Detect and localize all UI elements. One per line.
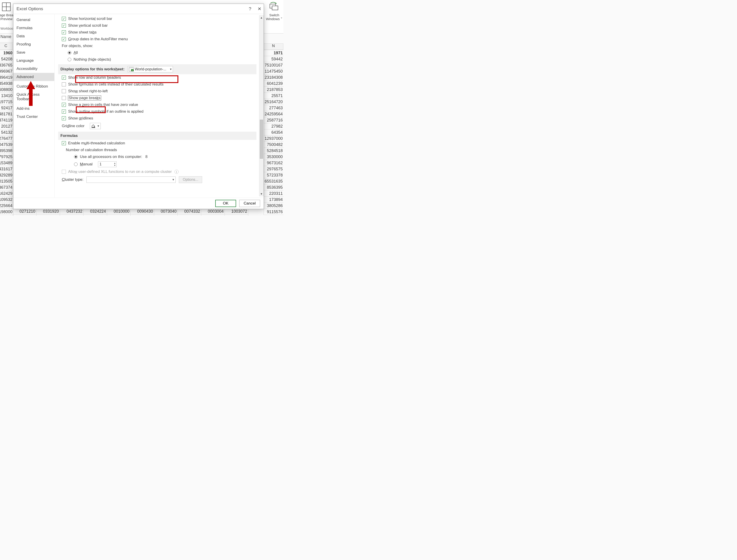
sidebar-item-save[interactable]: Save (13, 48, 54, 57)
opt-show-zero[interactable]: ✓ Show a zero in cells that have zero va… (58, 101, 256, 108)
opt-show-outline[interactable]: ✓ Show outline symbols if an outline is … (58, 108, 256, 115)
cancel-button[interactable]: Cancel (239, 200, 260, 207)
scroll-thumb[interactable] (260, 120, 263, 159)
opt-gridline-color: Gridline color ▼ (58, 122, 256, 130)
checkbox-icon: ✓ (62, 96, 66, 100)
opt-label: Nothing (hide objects) (74, 57, 111, 62)
opt-label: Show horizontal scroll bar (68, 17, 112, 21)
dialog-titlebar: Excel Options ? ✕ (13, 4, 264, 14)
threads-label: Number of calculation threads (58, 147, 256, 153)
cells-right[interactable]: 1971594427510016711475450231843086041239… (263, 50, 283, 215)
checkbox-icon: ✓ (62, 116, 66, 120)
sheet-icon: X (129, 67, 134, 71)
chevron-down-icon: ▼ (114, 164, 116, 167)
checkbox-icon: ✓ (62, 170, 66, 174)
checkbox-icon: ✓ (62, 89, 66, 93)
checkbox-icon: ✓ (62, 37, 66, 41)
opt-label: Number of calculation threads (66, 148, 117, 152)
sidebar-item-proofing[interactable]: Proofing (13, 40, 54, 48)
options-sidebar: GeneralFormulasDataProofingSaveLanguageA… (13, 14, 55, 198)
sidebar-item-customize-ribbon[interactable]: Customize Ribbon (13, 82, 54, 91)
opt-show-gridlines[interactable]: ✓ Show gridlines (58, 115, 256, 122)
opt-show-h-scroll[interactable]: ✓ Show horizontal scroll bar (58, 15, 256, 22)
opt-label: Allow user-defined XLL functions to run … (68, 169, 172, 174)
opt-all-processors[interactable]: Use all processors on this computer: 8 (58, 153, 256, 160)
close-button[interactable]: ✕ (257, 6, 261, 12)
opt-multithread[interactable]: ✓ Enable multi-threaded calculation (58, 140, 256, 147)
opt-objects-all[interactable]: All (58, 49, 256, 56)
sidebar-item-add-ins[interactable]: Add-ins (13, 105, 54, 113)
name-box-label: Name (0, 34, 13, 43)
opt-group-dates[interactable]: ✓ Group dates in the AutoFilter menu (58, 36, 256, 43)
worksheet-select-value: World-population-... (135, 67, 169, 71)
cells-bottom[interactable]: 0271210033192004372320324224001000000904… (13, 208, 283, 216)
opt-label: Manual (80, 162, 93, 167)
opt-label: For objects, show: (62, 44, 93, 48)
gridline-color-picker[interactable]: ▼ (90, 123, 101, 129)
checkbox-icon: ✓ (62, 24, 66, 28)
worksheet-select[interactable]: X World-population-... ▼ (128, 66, 173, 72)
opt-label: Show formulas in cells instead of their … (68, 82, 163, 87)
sidebar-item-general[interactable]: General (13, 16, 54, 24)
page-break-preview-button[interactable]: age BreaPreview (0, 2, 13, 21)
scroll-down-arrow[interactable]: ▼ (260, 192, 263, 195)
processor-count: 8 (145, 155, 147, 159)
opt-show-sheet-tabs[interactable]: ✓ Show sheet tabs (58, 29, 256, 36)
manual-value: 1 (98, 162, 113, 166)
svg-rect-4 (272, 6, 278, 10)
manual-spinner[interactable]: 1 ▲▼ (98, 161, 117, 167)
opt-label: Show sheet tabs (68, 30, 97, 35)
sidebar-item-quick-access-toolbar[interactable]: Quick Access Toolbar (13, 91, 54, 103)
switch-windows-button[interactable]: SwitchWindows ˅ (266, 2, 282, 21)
dialog-title: Excel Options (17, 6, 43, 11)
section-worksheet-display: Display options for this worksheet: X Wo… (58, 64, 256, 74)
sidebar-item-accessibility[interactable]: Accessibility (13, 65, 54, 73)
sidebar-item-data[interactable]: Data (13, 32, 54, 40)
options-main-panel: ✓ Show horizontal scroll bar ✓ Show vert… (55, 14, 264, 198)
checkbox-icon: ✓ (62, 17, 66, 21)
svg-text:X: X (132, 69, 133, 71)
chevron-up-icon: ▲ (114, 162, 116, 164)
opt-label: Group dates in the AutoFilter menu (68, 37, 128, 41)
chevron-down-icon: ˅ (281, 17, 282, 21)
chevron-down-icon: ▼ (172, 178, 175, 181)
sidebar-item-language[interactable]: Language (13, 57, 54, 65)
opt-show-page-breaks[interactable]: ✓ Show page breaks (58, 95, 256, 101)
checkbox-icon: ✓ (62, 141, 66, 145)
scroll-up-arrow[interactable]: ▲ (260, 16, 263, 19)
opt-objects-nothing[interactable]: Nothing (hide objects) (58, 56, 256, 63)
cells-left[interactable]: 1960542083367659969673964194549386088001… (0, 50, 14, 216)
opt-label: Show page breaks (68, 96, 101, 100)
vertical-scrollbar[interactable]: ▲ ▼ (259, 15, 264, 196)
opt-label: Show gridlines (68, 116, 93, 121)
switch-windows-label-1: Switch (269, 13, 279, 17)
ok-button[interactable]: OK (215, 200, 236, 207)
sidebar-item-trust-center[interactable]: Trust Center (13, 113, 54, 121)
bucket-icon (91, 124, 95, 128)
spinner-arrows[interactable]: ▲▼ (113, 162, 116, 167)
help-button[interactable]: ? (249, 6, 251, 12)
info-icon[interactable]: i (174, 170, 179, 174)
switch-windows-icon (269, 2, 279, 12)
opt-sheet-rtl[interactable]: ✓ Show sheet right-to-left (58, 88, 256, 95)
column-header-c[interactable]: C (0, 43, 13, 50)
chevron-down-icon: ▼ (97, 124, 100, 128)
opt-manual-threads[interactable]: Manual 1 ▲▼ (58, 160, 256, 168)
radio-icon (74, 162, 78, 166)
opt-show-formulas[interactable]: ✓ Show formulas in cells instead of thei… (58, 81, 256, 88)
sidebar-item-formulas[interactable]: Formulas (13, 24, 54, 32)
sidebar-item-advanced[interactable]: Advanced (13, 73, 54, 81)
checkbox-icon: ✓ (62, 82, 66, 86)
opt-label: Gridline color (62, 124, 84, 128)
page-break-label-1: age Brea (0, 13, 13, 17)
section-heading: Display options for this worksheet: (60, 67, 124, 71)
opt-show-v-scroll[interactable]: ✓ Show vertical scroll bar (58, 22, 256, 29)
excel-options-dialog: Excel Options ? ✕ GeneralFormulasDataPro… (13, 4, 264, 209)
opt-show-row-col-headers[interactable]: ✓ Show row and column headers (58, 74, 256, 81)
column-header-n[interactable]: N (263, 43, 283, 50)
svg-point-10 (94, 126, 95, 127)
cluster-type-select[interactable]: ▼ (86, 176, 176, 183)
checkbox-icon: ✓ (62, 103, 66, 107)
ribbon-group-label-workbook: Workboo (0, 27, 13, 30)
section-heading: Formulas (60, 133, 78, 138)
